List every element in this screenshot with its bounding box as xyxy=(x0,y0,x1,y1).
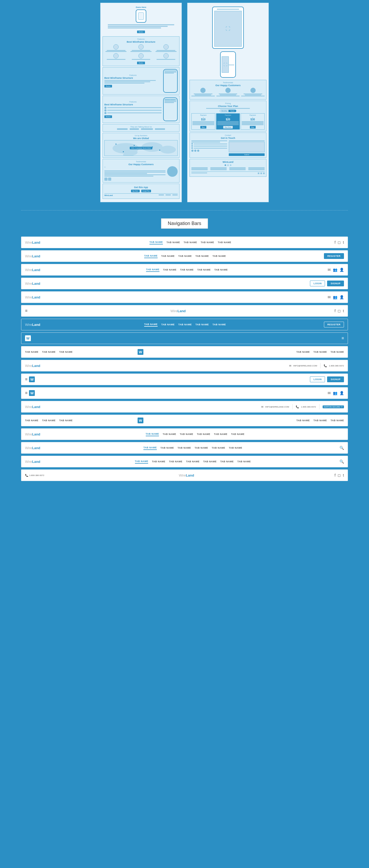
nav-logo: WireLand xyxy=(25,241,46,245)
nav-tab[interactable]: TAB NAME xyxy=(313,418,327,422)
nav-tab[interactable]: TAB NAME xyxy=(197,268,211,272)
nav-tab[interactable]: TAB NAME xyxy=(25,350,38,354)
wf-phone-mockup xyxy=(163,69,178,93)
nav-tab[interactable]: TAB NAME xyxy=(25,418,38,422)
nav-tab[interactable]: TAB NAME xyxy=(212,254,226,258)
nav-tab[interactable]: TAB NAME xyxy=(212,446,225,450)
nav-tab[interactable]: TAB NAME xyxy=(144,254,158,258)
nav-tab[interactable]: TAB NAME xyxy=(135,459,148,464)
nav-tab[interactable]: TAB NAME xyxy=(161,323,175,327)
nav-tab[interactable]: TAB NAME xyxy=(313,350,327,354)
nav-tab[interactable]: TAB NAME xyxy=(214,268,228,272)
nav-tab[interactable]: TAB NAME xyxy=(184,241,197,244)
nav-tab[interactable]: TAB NAME xyxy=(186,460,199,463)
navbar-6: ≡ WireLand f ◻ t xyxy=(21,305,348,317)
nav-tab[interactable]: TAB NAME xyxy=(180,432,193,436)
nav-tab[interactable]: TAB NAME xyxy=(179,254,192,258)
nav-tab[interactable]: TAB NAME xyxy=(297,350,310,354)
nav-tab[interactable]: TAB NAME xyxy=(195,254,209,258)
register-button[interactable]: REGISTER xyxy=(324,322,344,328)
nav-tab[interactable]: TAB NAME xyxy=(144,322,158,327)
hamburger-icon[interactable]: ≡ xyxy=(25,377,27,382)
nav-tab[interactable]: TAB NAME xyxy=(166,241,180,244)
nav-tab[interactable]: TAB NAME xyxy=(195,446,208,450)
nav-tab[interactable]: TAB NAME xyxy=(152,460,165,463)
hamburger-icon[interactable]: ≡ xyxy=(342,336,344,341)
wf-watch xyxy=(136,9,146,23)
user-add-icon[interactable]: 👥 xyxy=(333,391,337,395)
facebook-icon[interactable]: f xyxy=(335,473,336,477)
nav-tab[interactable]: TAB NAME xyxy=(143,446,157,450)
nav-tab[interactable]: TAB NAME xyxy=(238,460,251,463)
user-icon[interactable]: 👤 xyxy=(339,268,344,272)
nav-tab[interactable]: TAB NAME xyxy=(212,323,226,327)
instagram-icon[interactable]: ◻ xyxy=(338,240,341,245)
nav-tab[interactable]: TAB NAME xyxy=(218,241,231,244)
secure-badge: NORTON SECURE 🛡 xyxy=(322,405,344,408)
nav-tab[interactable]: TAB NAME xyxy=(220,460,234,463)
navbar-15: WireLand TAB NAME TAB NAME TAB NAME TAB … xyxy=(21,428,348,440)
twitter-icon[interactable]: t xyxy=(343,473,344,477)
nav-tab[interactable]: TAB NAME xyxy=(160,446,174,450)
nav-tab[interactable]: TAB NAME xyxy=(149,240,163,245)
email-icon[interactable]: ✉ xyxy=(328,295,331,299)
user-add-icon[interactable]: 👥 xyxy=(333,295,337,299)
twitter-icon[interactable]: t xyxy=(343,309,344,313)
nav-tab[interactable]: TAB NAME xyxy=(231,432,245,436)
nav-tab[interactable]: TAB NAME xyxy=(214,432,227,436)
nav-tab[interactable]: TAB NAME xyxy=(180,268,194,272)
signup-button[interactable]: SIGNUP xyxy=(327,281,344,286)
nav-tab[interactable]: TAB NAME xyxy=(331,418,344,422)
section-divider xyxy=(21,210,348,211)
navbar-7: WireLand TAB NAME TAB NAME TAB NAME TAB … xyxy=(21,319,348,330)
wf-section-label: Us by Numbers xyxy=(104,134,178,136)
norton-text: NORTON SECURE xyxy=(324,406,340,408)
nav-tab[interactable]: TAB NAME xyxy=(42,418,56,422)
nav-tab[interactable]: TAB NAME xyxy=(42,350,56,354)
nav-tab[interactable]: TAB NAME xyxy=(197,432,210,436)
nav-tab[interactable]: TAB NAME xyxy=(163,432,176,436)
user-icon[interactable]: 👤 xyxy=(339,295,344,299)
nav-tab[interactable]: TAB NAME xyxy=(169,460,182,463)
nav-tab[interactable]: TAB NAME xyxy=(331,350,344,354)
hamburger-icon[interactable]: ≡ xyxy=(25,308,27,313)
register-button[interactable]: REGISTER xyxy=(324,253,344,259)
email-icon[interactable]: ✉ xyxy=(328,391,331,395)
facebook-icon[interactable]: f xyxy=(335,309,336,313)
search-icon[interactable]: 🔍 xyxy=(339,459,344,464)
nav-tab[interactable]: TAB NAME xyxy=(178,446,191,450)
email-icon[interactable]: ✉ xyxy=(328,268,331,272)
nav-tab[interactable]: TAB NAME xyxy=(297,418,310,422)
nav-actions: f ◻ t xyxy=(335,473,344,477)
nav-tab[interactable]: TAB NAME xyxy=(201,241,214,244)
nav-tabs: TAB NAME TAB NAME TAB NAME TAB NAME TAB … xyxy=(46,268,328,272)
signup-button[interactable]: SIGNUP xyxy=(327,376,344,382)
nav-tab[interactable]: TAB NAME xyxy=(195,323,209,327)
twitter-icon[interactable]: t xyxy=(343,240,344,245)
user-icon[interactable]: 👤 xyxy=(339,391,344,395)
nav-tab[interactable]: TAB NAME xyxy=(203,460,217,463)
search-icon[interactable]: 🔍 xyxy=(339,446,344,450)
nav-tabs: TAB NAME TAB NAME TAB NAME TAB NAME TAB … xyxy=(46,459,339,464)
wf-section-title: Best Wireframe Structure xyxy=(104,103,161,106)
hamburger-icon[interactable]: ≡ xyxy=(25,391,27,395)
nav-tab[interactable]: TAB NAME xyxy=(59,350,73,354)
login-button[interactable]: LOGIN xyxy=(310,281,325,286)
instagram-icon[interactable]: ◻ xyxy=(338,473,341,477)
user-add-icon[interactable]: 👥 xyxy=(333,268,337,272)
nav-tab[interactable]: TAB NAME xyxy=(163,268,177,272)
nav-tab[interactable]: TAB NAME xyxy=(229,446,242,450)
logo-w-box-center: W xyxy=(137,349,143,355)
nav-tab[interactable]: TAB NAME xyxy=(161,254,175,258)
facebook-icon[interactable]: f xyxy=(335,240,336,245)
nav-tab[interactable]: TAB NAME xyxy=(146,268,159,272)
nav-tab[interactable]: TAB NAME xyxy=(146,432,159,436)
wf-phone-mockup xyxy=(163,97,178,121)
wf-step xyxy=(129,53,153,60)
nav-logo: WireLand xyxy=(25,432,46,436)
nav-tab[interactable]: TAB NAME xyxy=(179,323,192,327)
instagram-icon[interactable]: ◻ xyxy=(338,309,341,313)
login-button[interactable]: LOGIN xyxy=(310,376,325,382)
nav-tab[interactable]: TAB NAME xyxy=(59,418,73,422)
nav-tabs: TAB NAME TAB NAME TAB NAME TAB NAME TAB … xyxy=(46,432,344,436)
